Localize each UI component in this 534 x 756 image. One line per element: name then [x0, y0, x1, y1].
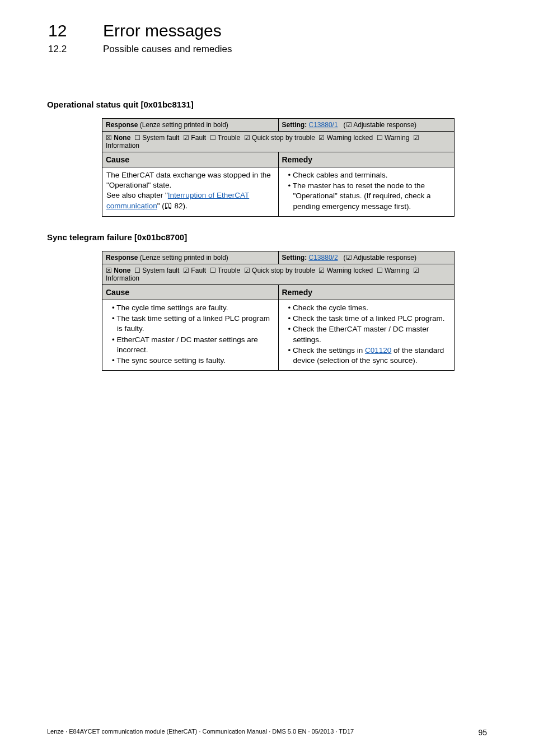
setting-link[interactable]: C13880/2: [309, 254, 338, 262]
remedy-link[interactable]: C01120: [365, 346, 391, 354]
response-paren: (Lenze setting printed in bold): [140, 254, 228, 262]
remedy-header: Remedy: [278, 284, 455, 300]
chapter-title: Error messages: [103, 21, 222, 40]
cause-item: The sync source setting is faulty.: [112, 356, 274, 366]
cause-item: The task time setting of a linked PLC pr…: [112, 314, 274, 334]
setting-label: Setting:: [282, 121, 307, 129]
checkbox-row: ☒ None ☐ System fault ☑ Fault ☐ Trouble …: [102, 264, 455, 284]
setting-label: Setting:: [282, 254, 307, 262]
setting-link[interactable]: C13880/1: [309, 121, 338, 129]
error-title: Sync telegram failure [0x01bc8700]: [47, 232, 487, 242]
error-table: Response (Lenze setting printed in bold)…: [102, 118, 455, 217]
remedy-item: The master has to reset the node to the …: [288, 181, 451, 212]
remedy-cell: Check cables and terminals. The master h…: [278, 167, 455, 217]
divider: _ _ _ _ _ _ _ _ _ _ _ _ _ _ _ _ _ _ _ _ …: [7, 75, 527, 84]
page-number: 95: [478, 728, 487, 737]
remedy-header: Remedy: [278, 152, 455, 167]
response-label: Response: [106, 254, 138, 262]
checkbox-row: ☒ None ☐ System fault ☑ Fault ☐ Trouble …: [102, 132, 455, 152]
remedy-item: Check the cycle times.: [288, 303, 451, 313]
response-paren: (Lenze setting printed in bold): [140, 121, 228, 129]
cause-cell: The EtherCAT data exchange was stopped i…: [102, 167, 279, 217]
setting-suffix: (☑ Adjustable response): [344, 254, 416, 262]
remedy-cell: Check the cycle times. Check the task ti…: [278, 300, 455, 370]
error-title: Operational status quit [0x01bc8131]: [47, 100, 487, 109]
section-title: Possible causes and remedies: [103, 44, 232, 55]
chapter-number: 12: [48, 21, 103, 40]
remedy-item: Check the task time of a linked PLC prog…: [288, 314, 451, 324]
cause-cell: The cycle time settings are faulty. The …: [102, 300, 279, 370]
response-label: Response: [106, 121, 138, 129]
cause-header: Cause: [102, 284, 279, 300]
footer-text: Lenze · E84AYCET communication module (E…: [47, 728, 354, 737]
cause-header: Cause: [102, 152, 279, 167]
error-table: Response (Lenze setting printed in bold)…: [102, 251, 455, 371]
remedy-item: Check the EtherCAT master / DC master se…: [288, 324, 451, 344]
remedy-item: Check cables and terminals.: [288, 170, 451, 180]
remedy-item: Check the settings in C01120 of the stan…: [288, 346, 451, 366]
section-number: 12.2: [48, 44, 103, 55]
cause-item: EtherCAT master / DC master settings are…: [112, 335, 274, 355]
setting-suffix: (☑ Adjustable response): [344, 121, 416, 129]
cause-item: The cycle time settings are faulty.: [112, 303, 274, 313]
